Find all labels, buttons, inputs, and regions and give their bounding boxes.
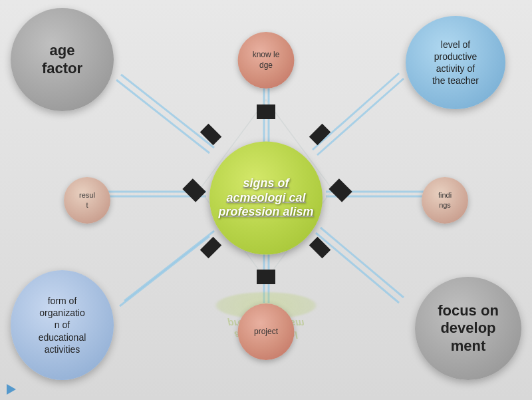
node-focus-development: focus ondevelopment <box>415 277 521 380</box>
play-button[interactable] <box>7 384 16 395</box>
node-project: project <box>238 303 295 360</box>
node-productive-activity: level ofproductiveactivity ofthe teacher <box>406 16 505 109</box>
svg-line-5 <box>124 231 214 301</box>
node-productive-activity-label: level ofproductiveactivity ofthe teacher <box>427 33 484 93</box>
node-findings: findings <box>422 177 468 224</box>
svg-rect-22 <box>200 124 222 146</box>
node-project-label: project <box>249 321 283 343</box>
node-result: result <box>64 177 110 224</box>
svg-rect-19 <box>182 178 205 202</box>
node-findings-label: findings <box>433 185 457 215</box>
svg-rect-20 <box>329 178 352 202</box>
svg-line-3 <box>317 79 404 155</box>
svg-line-7 <box>321 228 404 298</box>
svg-rect-21 <box>309 124 331 146</box>
node-age-factor: agefactor <box>11 8 114 111</box>
node-form-organization: form oforganization ofeducationalactivit… <box>11 270 114 380</box>
node-age-factor-label: agefactor <box>37 37 88 83</box>
svg-rect-18 <box>257 270 275 284</box>
node-form-organization-label: form oforganization ofeducationalactivit… <box>33 290 92 361</box>
svg-line-4 <box>120 236 209 306</box>
node-knowledge: know ledge <box>238 32 295 89</box>
svg-line-2 <box>313 73 399 150</box>
diagram-container: signs of acmeologi cal profession alism … <box>0 0 532 400</box>
node-focus-development-label: focus ondevelopment <box>432 297 504 360</box>
node-result-label: result <box>74 185 100 215</box>
center-label: signs of acmeologi cal profession alism <box>209 173 323 223</box>
svg-line-0 <box>116 80 209 153</box>
svg-line-6 <box>316 233 399 303</box>
svg-rect-24 <box>309 237 331 259</box>
svg-rect-17 <box>257 104 275 119</box>
node-knowledge-label: know ledge <box>247 45 285 76</box>
center-node: signs of acmeologi cal profession alism <box>209 141 323 254</box>
svg-line-1 <box>121 75 214 148</box>
